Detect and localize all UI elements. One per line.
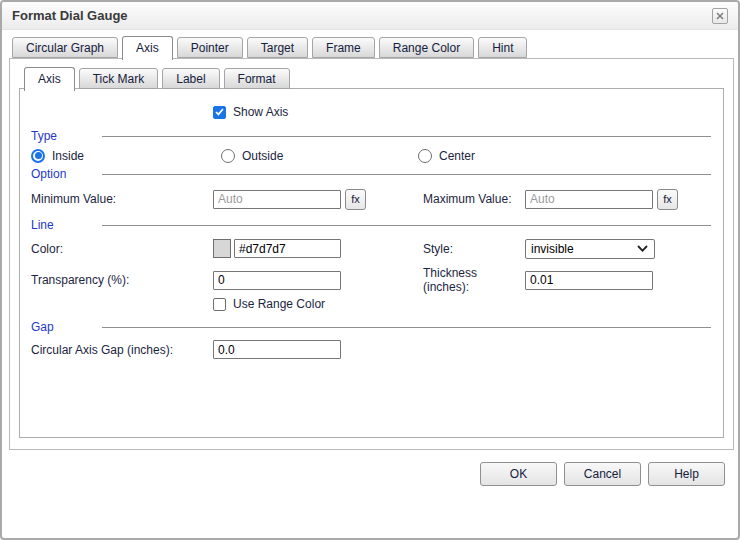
section-divider: [102, 136, 711, 137]
type-option-inside[interactable]: Inside: [31, 149, 221, 163]
subtab-format[interactable]: Format: [224, 68, 290, 89]
style-select-value: invisible: [531, 242, 574, 256]
tab-range-color[interactable]: Range Color: [379, 37, 474, 58]
transparency-label: Transparency (%):: [31, 273, 213, 287]
close-button[interactable]: [712, 8, 728, 24]
section-divider: [102, 225, 711, 226]
type-section-header: Type: [20, 128, 723, 144]
circular-axis-gap-row: Circular Axis Gap (inches):: [20, 339, 723, 360]
check-icon: [215, 108, 224, 116]
format-dial-gauge-dialog: Format Dial Gauge Circular Graph Axis Po…: [0, 0, 740, 540]
color-label: Color:: [31, 242, 213, 256]
type-option-center[interactable]: Center: [418, 149, 723, 163]
line-section-label: Line: [31, 218, 102, 232]
gap-section-label: Gap: [31, 320, 102, 334]
option-section-label: Option: [31, 167, 102, 181]
option-section-header: Option: [20, 166, 723, 182]
axis-subtab-panel: Show Axis Type Inside Outside Center: [19, 88, 724, 438]
tab-axis[interactable]: Axis: [122, 36, 173, 60]
center-radio[interactable]: [418, 149, 432, 163]
type-section-label: Type: [31, 129, 102, 143]
section-divider: [102, 174, 711, 175]
circular-axis-gap-input[interactable]: [213, 340, 341, 359]
color-input[interactable]: [234, 239, 341, 258]
thickness-label: Thickness (inches):: [423, 266, 525, 294]
minimum-value-input[interactable]: [213, 190, 341, 209]
outside-radio-label: Outside: [242, 149, 283, 163]
dialog-titlebar: Format Dial Gauge: [2, 2, 738, 30]
tab-frame[interactable]: Frame: [312, 37, 375, 58]
inside-radio-label: Inside: [52, 149, 84, 163]
circular-axis-gap-label: Circular Axis Gap (inches):: [31, 343, 213, 357]
maximum-value-label: Maximum Value:: [423, 192, 525, 206]
use-range-color-checkbox[interactable]: [213, 298, 226, 311]
subtab-axis[interactable]: Axis: [24, 67, 75, 91]
axis-tab-panel: Axis Tick Mark Label Format Show Axis Ty…: [9, 58, 734, 450]
dialog-title: Format Dial Gauge: [12, 8, 712, 23]
gap-section-header: Gap: [20, 319, 723, 335]
subtab-tick-mark[interactable]: Tick Mark: [79, 68, 159, 89]
minimum-value-label: Minimum Value:: [31, 192, 213, 206]
show-axis-row: Show Axis: [213, 103, 723, 121]
color-style-row: Color: Style: invisible: [20, 238, 723, 259]
use-range-color-label: Use Range Color: [233, 297, 325, 311]
transparency-thickness-row: Transparency (%): Thickness (inches):: [20, 266, 723, 287]
type-option-outside[interactable]: Outside: [221, 149, 418, 163]
use-range-color-row: Use Range Color: [213, 296, 723, 312]
section-divider: [102, 327, 711, 328]
color-swatch[interactable]: [213, 239, 231, 258]
thickness-input[interactable]: [525, 271, 653, 290]
sub-tab-bar: Axis Tick Mark Label Format: [24, 68, 290, 91]
main-tab-bar: Circular Graph Axis Pointer Target Frame…: [12, 37, 527, 60]
transparency-input[interactable]: [213, 271, 341, 290]
inside-radio[interactable]: [31, 149, 45, 163]
dialog-footer: OK Cancel Help: [480, 462, 725, 486]
center-radio-label: Center: [439, 149, 475, 163]
tab-pointer[interactable]: Pointer: [177, 37, 243, 58]
type-radio-row: Inside Outside Center: [20, 147, 723, 164]
tab-target[interactable]: Target: [247, 37, 308, 58]
tab-hint[interactable]: Hint: [478, 37, 527, 58]
help-button[interactable]: Help: [648, 462, 725, 486]
outside-radio[interactable]: [221, 149, 235, 163]
style-select[interactable]: invisible: [525, 239, 655, 259]
ok-button[interactable]: OK: [480, 462, 557, 486]
show-axis-checkbox[interactable]: [213, 106, 226, 119]
show-axis-label: Show Axis: [233, 105, 288, 119]
maximum-fx-button[interactable]: fx: [657, 189, 678, 210]
minimum-fx-button[interactable]: fx: [345, 189, 366, 210]
min-max-row: Minimum Value: fx Maximum Value: fx: [20, 188, 723, 210]
chevron-down-icon: [637, 245, 648, 252]
cancel-button[interactable]: Cancel: [564, 462, 641, 486]
style-label: Style:: [423, 242, 525, 256]
subtab-label[interactable]: Label: [162, 68, 219, 89]
close-icon: [716, 12, 724, 20]
maximum-value-input[interactable]: [525, 190, 653, 209]
tab-circular-graph[interactable]: Circular Graph: [12, 37, 118, 58]
line-section-header: Line: [20, 217, 723, 233]
